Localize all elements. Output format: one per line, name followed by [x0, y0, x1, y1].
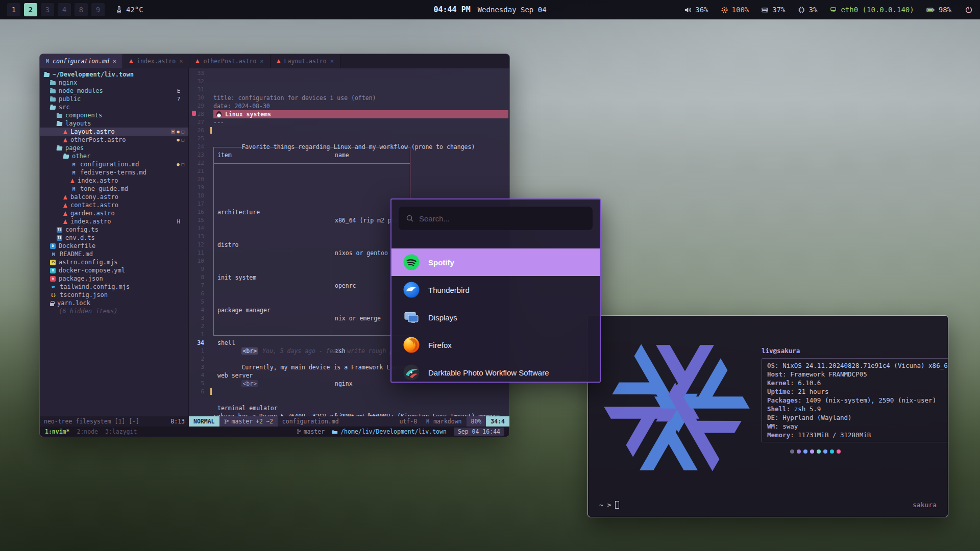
file-icon	[63, 130, 67, 134]
shell-prompt[interactable]: ~ >	[599, 501, 619, 509]
tree-item[interactable]: index.astro	[40, 177, 188, 185]
disk-icon	[761, 6, 769, 14]
status-bar: 1 2 3 4 8 9 42°C 04:44 PM Wednesday Sep …	[0, 0, 980, 19]
heading-sign-marker	[192, 111, 196, 116]
thermometer-icon	[115, 6, 122, 14]
launcher-item-thunderbird[interactable]: Thunderbird	[391, 276, 600, 304]
close-icon[interactable]: ×	[330, 58, 334, 65]
tmux-window[interactable]: 2:node	[77, 428, 98, 435]
line-number: 5	[189, 298, 210, 306]
launcher-item-label: Thunderbird	[428, 286, 470, 294]
tab-index-astro[interactable]: index.astro ×	[123, 54, 189, 68]
line-number: 1	[189, 347, 210, 355]
workspace-button[interactable]: 8	[75, 3, 88, 16]
tmux-current-path: /home/liv/Development/liv.town	[332, 428, 447, 435]
search-input[interactable]	[419, 214, 585, 223]
fetch-user-host: liv@sakura	[762, 346, 948, 355]
workspace-button[interactable]: 3	[41, 3, 54, 16]
tree-item-label: components	[65, 112, 102, 119]
workspace-button[interactable]: 9	[91, 3, 105, 16]
tab-otherpost-astro[interactable]: otherPost.astro ×	[189, 54, 270, 68]
tree-item[interactable]: astro.config.mjs	[40, 258, 188, 266]
tree-item[interactable]: index.astro H	[40, 217, 188, 226]
fetch-entries: OS: NixOS 24.11.20240828.71e91c4 (Vicuna…	[762, 358, 948, 442]
tree-item[interactable]: ~/Development/liv.town	[40, 70, 188, 79]
tree-item[interactable]: pages	[40, 144, 188, 152]
tmux-window[interactable]: 1:nvim*	[45, 428, 69, 435]
launcher-item-label: Displays	[428, 313, 457, 322]
close-icon[interactable]: ×	[260, 58, 263, 65]
table-row: package manager nix or emerge	[213, 298, 410, 306]
tree-item[interactable]: garden.astro	[40, 209, 188, 217]
frontmatter-line: title: configuration for devices i use (…	[213, 94, 508, 102]
markdown-file-icon: M	[46, 59, 49, 64]
file-icon	[70, 162, 77, 167]
tree-item[interactable]: src	[40, 103, 188, 111]
tree-item[interactable]: yarn.lock	[40, 299, 188, 307]
tree-item-label: index.astro	[70, 218, 111, 225]
launcher-item-darktable[interactable]: Darktable Photo Workflow Software	[391, 359, 600, 383]
close-icon[interactable]: ×	[113, 58, 116, 65]
gear-icon	[721, 6, 728, 14]
tree-item[interactable]: contact.astro	[40, 201, 188, 209]
git-status-marks: ● □	[175, 137, 184, 142]
clock-time: 04:44 PM	[433, 5, 470, 14]
tree-item[interactable]: other	[40, 152, 188, 160]
tree-item-label: nginx	[59, 79, 77, 86]
file-icon	[50, 303, 54, 306]
tree-item[interactable]: config.ts	[40, 226, 188, 234]
tree-item[interactable]: tsconfig.json	[40, 291, 188, 299]
palette-dot	[837, 449, 841, 454]
markdown-table: item name architecture x86_64 (rip m2 pr…	[213, 143, 410, 339]
line-number: 11	[189, 249, 210, 257]
tree-item[interactable]: configuration.md ● □	[40, 160, 188, 168]
tree-item[interactable]: layouts	[40, 119, 188, 128]
tree-item[interactable]: docker-compose.yml	[40, 266, 188, 274]
terminal-cursor	[615, 501, 619, 509]
tree-item[interactable]: env.d.ts	[40, 234, 188, 242]
git-status-marks: H ● □	[172, 129, 184, 135]
brightness-module: 100%	[721, 6, 749, 14]
workspace-button[interactable]: 4	[58, 3, 71, 16]
tree-item[interactable]: Dockerfile	[40, 242, 188, 250]
tab-layout-astro[interactable]: Layout.astro ×	[271, 54, 340, 68]
line-number: 12	[189, 241, 210, 249]
tree-item[interactable]: tone-guide.md	[40, 185, 188, 193]
filename-segment: configuration.md	[278, 416, 395, 427]
tree-item[interactable]: package.json	[40, 274, 188, 283]
mark-indicator	[210, 388, 212, 395]
launcher-item-displays[interactable]: Displays	[391, 304, 600, 331]
tmux-window[interactable]: 3:lazygit	[105, 428, 137, 435]
tab-configuration-md[interactable]: M configuration.md ×	[40, 54, 123, 68]
file-icon	[50, 243, 56, 249]
br-token: <br>	[241, 347, 258, 355]
tree-item-label: README.md	[60, 251, 93, 258]
tree-item[interactable]: otherPost.astro ● □	[40, 136, 188, 144]
power-button[interactable]	[965, 6, 973, 14]
tree-item[interactable]: README.md	[40, 250, 188, 258]
file-icon	[56, 146, 62, 151]
tree-item[interactable]: fediverse-terms.md	[40, 168, 188, 177]
file-icon	[50, 292, 57, 297]
tree-item[interactable]: tailwind.config.mjs	[40, 283, 188, 291]
launcher-item-firefox[interactable]: Firefox	[391, 331, 600, 359]
tree-item[interactable]: (6 hidden items)	[40, 307, 188, 315]
workspace-button[interactable]: 1	[7, 3, 20, 16]
tree-item[interactable]: balcony.astro	[40, 193, 188, 201]
workspace-button[interactable]: 2	[24, 3, 37, 16]
palette-dot	[817, 449, 821, 454]
tree-item[interactable]: node_modules E	[40, 87, 188, 95]
tree-item[interactable]: public ?	[40, 95, 188, 103]
tree-item[interactable]: Layout.astro H ● □	[40, 128, 188, 136]
tree-item[interactable]: components	[40, 111, 188, 119]
spotify-icon	[403, 254, 420, 271]
tree-item-label: public	[59, 95, 81, 103]
line-number: 23	[189, 151, 210, 159]
clock-date: Wednesday Sep 04	[478, 6, 547, 14]
launcher-item-spotify[interactable]: Spotify	[391, 248, 600, 276]
launcher-item-label: Firefox	[428, 341, 452, 349]
close-icon[interactable]: ×	[179, 58, 183, 65]
launcher-search[interactable]	[399, 207, 593, 230]
frontmatter-line: ---	[213, 118, 508, 127]
tree-item[interactable]: nginx	[40, 79, 188, 87]
